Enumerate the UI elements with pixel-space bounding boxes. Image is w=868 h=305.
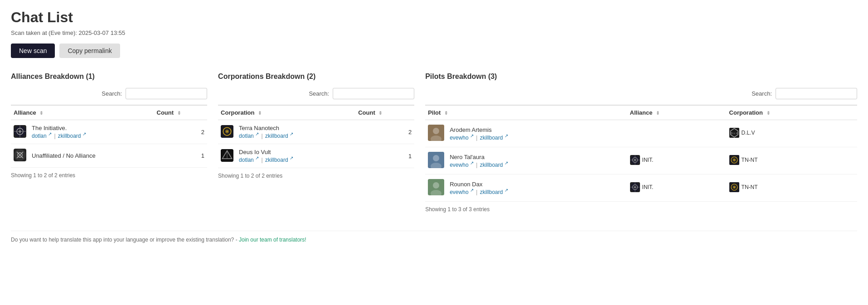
pilot-corp-cell: D.L.V — [727, 120, 857, 147]
pilot-alliance-logo — [630, 182, 640, 192]
corp-dotlan-link[interactable]: dotlan ↗ — [239, 157, 259, 163]
pilot-zkillboard-link[interactable]: zkillboard ↗ — [480, 135, 508, 141]
corp-zkillboard-link[interactable]: zkillboard ↗ — [265, 157, 293, 163]
corp-name: Deus Io Vult — [239, 149, 353, 155]
copy-permalink-button[interactable]: Copy permalink — [59, 44, 120, 58]
pilots-search-input[interactable] — [776, 88, 857, 99]
table-row: Terra Nanotech dotlan ↗ | zkillboard ↗ 2 — [218, 120, 414, 144]
corp-count: 1 — [355, 144, 414, 168]
corp-logo — [221, 149, 233, 162]
pilot-name: Arodem Artemis — [450, 126, 624, 133]
corp-col-header: Corporation ⇕ — [218, 105, 355, 120]
pilot-name: Rounon Dax — [450, 181, 624, 188]
alliance-logo-cell — [11, 144, 29, 168]
pilot-sort-icon[interactable]: ⇕ — [444, 111, 448, 116]
corp-zkillboard-link[interactable]: zkillboard ↗ — [265, 133, 293, 139]
alliance-logo — [14, 149, 26, 161]
pilot-corp-name: TN-NT — [742, 184, 758, 190]
corp-count-sort-icon[interactable]: ⇕ — [378, 111, 382, 116]
alliances-breakdown: Alliances Breakdown (1) Search: Alliance… — [11, 73, 218, 213]
alliance-logo — [14, 125, 26, 138]
corp-name-cell: Deus Io Vult dotlan ↗ | zkillboard ↗ — [236, 144, 355, 168]
alliance-col-header: Alliance ⇕ — [11, 105, 154, 120]
pilot-zkillboard-link[interactable]: zkillboard ↗ — [480, 162, 508, 168]
pilot-corp-badge: D.L.V — [729, 128, 755, 138]
footer-text: Do you want to help translate this app i… — [11, 237, 239, 243]
pilot-evewho-link[interactable]: evewho ↗ — [450, 135, 474, 141]
pilot-corp-badge: TN-NT — [729, 155, 758, 165]
alliance-sort-icon[interactable]: ⇕ — [39, 111, 43, 116]
pilot-avatar-cell — [425, 120, 447, 147]
pilot-corp-sort-icon[interactable]: ⇕ — [766, 111, 770, 116]
table-row: The Initiative. dotlan ↗ | zkillboard ↗ … — [11, 120, 207, 144]
table-row: Rounon Dax evewho ↗ | zkillboard ↗ INIT.… — [425, 174, 857, 202]
dotlan-link[interactable]: dotlan ↗ — [32, 133, 52, 139]
pilot-name-cell: Rounon Dax evewho ↗ | zkillboard ↗ — [447, 174, 627, 202]
corp-dotlan-link[interactable]: dotlan ↗ — [239, 133, 259, 139]
alliances-table: Alliance ⇕ Count ⇕ The Initiative. dotla… — [11, 105, 207, 168]
zkillboard-link[interactable]: zkillboard ↗ — [58, 133, 86, 139]
pilot-alliance-badge: INIT. — [630, 155, 654, 165]
alliances-showing: Showing 1 to 2 of 2 entries — [11, 172, 207, 179]
pilot-zkillboard-link[interactable]: zkillboard ↗ — [480, 189, 508, 195]
pilot-avatar-cell — [425, 174, 447, 202]
pilot-alliance-badge: INIT. — [630, 182, 654, 192]
pilots-title: Pilots Breakdown (3) — [425, 73, 857, 81]
new-scan-button[interactable]: New scan — [11, 44, 55, 58]
corp-sort-icon[interactable]: ⇕ — [258, 111, 262, 116]
pilot-col-header: Pilot ⇕ — [425, 105, 627, 120]
corporations-breakdown: Corporations Breakdown (2) Search: Corpo… — [218, 73, 425, 213]
table-row: Nero Tal'aura evewho ↗ | zkillboard ↗ IN… — [425, 147, 857, 174]
pilot-avatar — [428, 125, 444, 141]
alliance-count-header: Count ⇕ — [154, 105, 208, 120]
pilot-alliance-header: Alliance ⇕ — [627, 105, 727, 120]
pilot-corp-cell: TN-NT — [727, 147, 857, 174]
pilot-alliance-name: INIT. — [642, 157, 654, 163]
corps-title: Corporations Breakdown (2) — [218, 73, 414, 81]
alliances-search-input[interactable] — [126, 88, 207, 99]
pilot-alliance-logo — [630, 155, 640, 165]
corp-count-header: Count ⇕ — [355, 105, 414, 120]
pilot-alliance-cell: INIT. — [627, 147, 727, 174]
page-title: Chat List — [11, 9, 857, 26]
table-row: Arodem Artemis evewho ↗ | zkillboard ↗ D… — [425, 120, 857, 147]
corps-search-input[interactable] — [333, 88, 414, 99]
corp-logo-cell — [218, 144, 236, 168]
corps-table: Corporation ⇕ Count ⇕ Terra Nanotech dot… — [218, 105, 414, 168]
pilot-corp-name: TN-NT — [742, 157, 758, 163]
pilot-alliance-cell: INIT. — [627, 174, 727, 202]
corp-logo-cell — [218, 120, 236, 144]
svg-point-20 — [433, 128, 439, 134]
corps-showing: Showing 1 to 2 of 2 entries — [218, 173, 414, 179]
alliance-name: The Initiative. — [32, 125, 151, 131]
count-sort-icon[interactable]: ⇕ — [177, 111, 181, 116]
alliance-logo-cell — [11, 120, 29, 144]
pilot-corp-name: D.L.V — [742, 130, 755, 136]
svg-point-26 — [433, 182, 439, 189]
pilot-evewho-link[interactable]: evewho ↗ — [450, 189, 474, 195]
table-row: Deus Io Vult dotlan ↗ | zkillboard ↗ 1 — [218, 144, 414, 168]
pilot-corp-badge: TN-NT — [729, 182, 758, 192]
pilot-name-cell: Arodem Artemis evewho ↗ | zkillboard ↗ — [447, 120, 627, 147]
pilot-corp-logo — [729, 155, 739, 165]
pilots-breakdown: Pilots Breakdown (3) Search: Pilot ⇕ All… — [425, 73, 857, 213]
translators-link[interactable]: Join our team of translators! — [239, 237, 306, 243]
alliance-name-cell: Unaffiliated / No Alliance — [29, 144, 154, 168]
pilot-alliance-sort-icon[interactable]: ⇕ — [656, 111, 659, 116]
pilot-name: Nero Tal'aura — [450, 154, 624, 160]
pilot-corp-cell: TN-NT — [727, 174, 857, 202]
pilots-showing: Showing 1 to 3 of 3 entries — [425, 206, 857, 213]
corp-logo — [221, 125, 233, 138]
pilot-corp-header: Corporation ⇕ — [727, 105, 857, 120]
pilots-search-label: Search: — [752, 90, 772, 97]
corp-count: 2 — [355, 120, 414, 144]
pilots-table: Pilot ⇕ Alliance ⇕ Corporation ⇕ Arodem … — [425, 105, 857, 202]
alliances-title: Alliances Breakdown (1) — [11, 73, 207, 81]
pilot-evewho-link[interactable]: evewho ↗ — [450, 162, 474, 168]
pilot-alliance-cell — [627, 120, 727, 147]
pilot-name-cell: Nero Tal'aura evewho ↗ | zkillboard ↗ — [447, 147, 627, 174]
alliance-count: 1 — [154, 144, 208, 168]
footer: Do you want to help translate this app i… — [11, 231, 857, 243]
alliance-name-cell: The Initiative. dotlan ↗ | zkillboard ↗ — [29, 120, 154, 144]
svg-point-23 — [433, 155, 439, 161]
